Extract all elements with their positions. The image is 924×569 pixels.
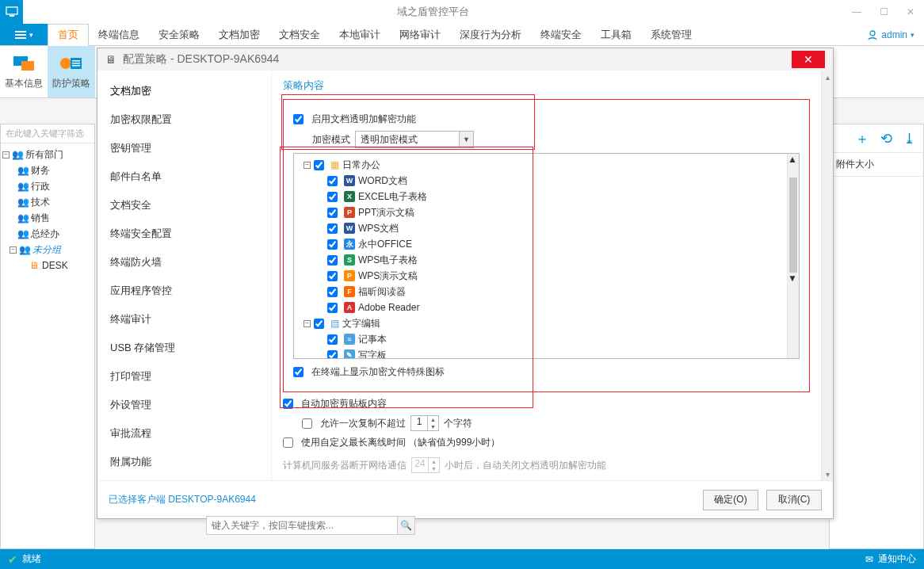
ribbon-basic-info[interactable]: 基本信息 [0,46,48,97]
spin-up-icon[interactable]: ▲ [428,416,438,423]
item-checkbox[interactable] [327,176,338,186]
window-minimize[interactable]: — [843,0,870,24]
window-maximize[interactable]: ☐ [870,0,897,24]
menu-item[interactable]: 终端信息 [89,24,149,45]
app-menu-button[interactable]: ▾ [0,24,48,45]
tree-host[interactable]: 🖥DESK [2,258,93,273]
tree-row[interactable]: 永 永中OFFICE [297,236,784,252]
tree-item[interactable]: 👥行政 [2,178,93,194]
tree-row[interactable]: ✎ 写字板 [297,347,784,358]
tree-item[interactable]: 👥总经办 [2,226,93,242]
refresh-button[interactable]: ⟲ [880,130,892,147]
dialog-scrollbar[interactable]: ▴ ▾ [821,71,833,480]
copy-limit-spinner[interactable]: 1▲▼ [410,415,439,431]
tree-row[interactable]: X EXCEL电子表格 [297,189,784,204]
menu-item[interactable]: 系统管理 [641,24,701,45]
spin-down-icon[interactable]: ▼ [428,423,438,430]
tree-row[interactable]: F 福昕阅读器 [297,284,784,300]
spin-down-icon[interactable]: ▼ [429,465,439,472]
menu-home[interactable]: 首页 [48,24,89,46]
sidebar-item[interactable]: 终端审计 [97,305,271,334]
sidebar-item[interactable]: 外设管理 [97,391,271,419]
item-checkbox[interactable] [327,271,338,281]
add-button[interactable]: ＋ [855,129,869,148]
menu-item[interactable]: 安全策略 [149,24,209,45]
sidebar-item[interactable]: 附属功能 [97,448,271,476]
sidebar-item[interactable]: 审批流程 [97,419,271,448]
scrollbar[interactable]: ▲ ▼ [787,154,799,358]
sidebar-item[interactable]: 终端防火墙 [97,248,271,277]
tree-row[interactable]: P PPT演示文稿 [297,204,784,220]
item-checkbox[interactable] [327,208,338,218]
menu-item[interactable]: 文档加密 [209,24,269,45]
item-checkbox[interactable] [327,350,338,359]
item-checkbox[interactable] [327,334,338,345]
tree-item[interactable]: 👥财务 [2,162,93,178]
collapse-icon[interactable]: − [2,151,10,158]
menu-item[interactable]: 工具箱 [591,24,641,45]
item-checkbox[interactable] [327,287,338,297]
collapse-icon[interactable]: − [304,320,311,327]
user-menu[interactable]: admin ▾ [867,24,924,45]
clipboard-checkbox[interactable] [283,399,293,409]
tree-root[interactable]: −👥所有部门 [2,147,93,162]
scroll-up-icon[interactable]: ▲ [788,154,799,165]
search-input[interactable] [206,516,398,535]
sidebar-item[interactable]: 文档安全 [97,191,271,220]
tree-row[interactable]: W WPS文档 [297,220,784,236]
group-checkbox[interactable] [314,160,324,170]
scroll-down-icon[interactable]: ▾ [822,468,833,480]
tree-filter-input[interactable]: 在此键入关键字筛选 [1,124,94,143]
window-close[interactable]: ✕ [897,0,924,24]
tree-item[interactable]: 👥销售 [2,210,93,226]
spin-up-icon[interactable]: ▲ [429,458,439,465]
notify-label[interactable]: 通知中心 [878,552,916,566]
tree-row[interactable]: S WPS电子表格 [297,252,784,268]
item-checkbox[interactable] [327,303,338,313]
enable-encryption-checkbox[interactable] [293,114,304,124]
sidebar-item[interactable]: 密钥管理 [97,134,271,162]
mode-combobox[interactable]: 透明加密模式 ▼ [355,131,474,148]
mail-icon[interactable]: ✉ [865,554,873,565]
menu-item[interactable]: 深度行为分析 [450,24,531,45]
sidebar-item[interactable]: 加密权限配置 [97,105,271,134]
tree-row[interactable]: P WPS演示文稿 [297,268,784,284]
tree-row[interactable]: A Adobe Reader [297,300,784,315]
collapse-icon[interactable]: − [10,246,17,254]
sidebar-item[interactable]: 文档加密 [97,77,271,105]
tree-row[interactable]: W WORD文档 [297,173,784,189]
item-checkbox[interactable] [327,239,338,250]
dialog-close-button[interactable]: ✕ [792,51,825,68]
tree-row[interactable]: ≡ 记事本 [297,331,784,347]
offline-checkbox[interactable] [283,437,293,448]
collapse-icon[interactable]: − [304,162,311,169]
sidebar-item[interactable]: 应用程序管控 [97,277,271,305]
show-icon-checkbox[interactable] [293,367,304,377]
copy-limit-checkbox[interactable] [302,418,312,429]
cutoff-spinner[interactable]: 24▲▼ [411,457,440,473]
scroll-up-icon[interactable]: ▴ [822,71,833,83]
ribbon-protection-policy[interactable]: 防护策略 [48,46,95,97]
menu-item[interactable]: 本地审计 [330,24,390,45]
menu-item[interactable]: 终端安全 [531,24,591,45]
item-checkbox[interactable] [327,223,338,234]
menu-item[interactable]: 文档安全 [269,24,330,45]
cancel-button[interactable]: 取消(C) [766,490,822,510]
tree-row[interactable]: −▦ 日常办公 [297,157,784,173]
scroll-thumb[interactable] [789,178,797,273]
tree-unassigned[interactable]: −👥未分组 [2,242,93,258]
item-checkbox[interactable] [327,255,338,265]
group-checkbox[interactable] [314,319,324,329]
scroll-down-icon[interactable]: ▼ [788,273,799,284]
ok-button[interactable]: 确定(O) [703,490,758,510]
menu-item[interactable]: 网络审计 [390,24,450,45]
sidebar-item[interactable]: 打印管理 [97,362,271,391]
item-checkbox[interactable] [327,192,338,202]
download-button[interactable]: ⤓ [903,130,915,147]
sidebar-item[interactable]: 终端安全配置 [97,220,271,248]
tree-item[interactable]: 👥技术 [2,194,93,210]
sidebar-item[interactable]: 邮件白名单 [97,162,271,191]
tree-row[interactable]: −▤ 文字编辑 [297,315,784,331]
sidebar-item[interactable]: USB 存储管理 [97,334,271,362]
search-button[interactable]: 🔍 [398,516,415,535]
